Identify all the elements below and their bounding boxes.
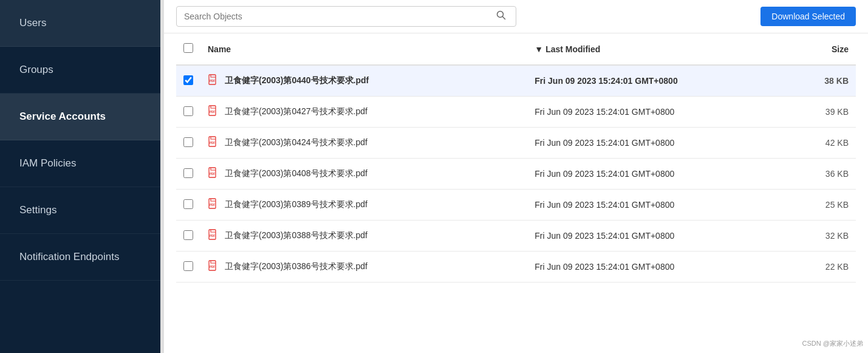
row-size: 32 KB [737, 221, 856, 252]
row-checkbox[interactable] [183, 106, 193, 116]
row-checkbox-cell [176, 190, 200, 221]
sidebar-item-settings[interactable]: Settings [0, 187, 160, 234]
row-last-modified: Fri Jun 09 2023 15:24:01 GMT+0800 [527, 159, 737, 190]
sidebar-item-service-accounts[interactable]: Service Accounts [0, 94, 160, 140]
sidebar-item-iam-policies[interactable]: IAM Policies [0, 140, 160, 187]
pdf-icon: PDF [208, 229, 219, 242]
pdf-icon: PDF [208, 167, 219, 180]
pdf-icon: PDF [208, 260, 219, 273]
pdf-icon: PDF [208, 105, 219, 118]
row-checkbox[interactable] [183, 261, 193, 271]
row-name[interactable]: PDF卫食健字(2003)第0427号技术要求.pdf [200, 97, 527, 128]
row-last-modified: Fri Jun 09 2023 15:24:01 GMT+0800 [527, 190, 737, 221]
search-input[interactable] [184, 12, 494, 21]
download-selected-button[interactable]: Download Selected [760, 7, 856, 26]
sidebar-item-groups[interactable]: Groups [0, 47, 160, 94]
table-row: PDF卫食健字(2003)第0440号技术要求.pdfFri Jun 09 20… [176, 65, 856, 97]
sidebar: UsersGroupsService AccountsIAM PoliciesS… [0, 0, 160, 353]
select-all-checkbox[interactable] [183, 43, 193, 53]
svg-line-1 [503, 17, 505, 19]
row-checkbox[interactable] [183, 230, 193, 240]
sidebar-item-users[interactable]: Users [0, 0, 160, 47]
pdf-icon: PDF [208, 74, 219, 87]
row-checkbox[interactable] [183, 137, 193, 147]
svg-text:PDF: PDF [210, 111, 215, 114]
svg-text:PDF: PDF [210, 80, 215, 83]
svg-text:PDF: PDF [210, 173, 215, 176]
table-row: PDF卫食健字(2003)第0408号技术要求.pdfFri Jun 09 20… [176, 159, 856, 190]
row-last-modified: Fri Jun 09 2023 15:24:01 GMT+0800 [527, 97, 737, 128]
row-size: 38 KB [737, 65, 856, 97]
row-name[interactable]: PDF卫食健字(2003)第0388号技术要求.pdf [200, 221, 527, 252]
file-name-text: 卫食健字(2003)第0427号技术要求.pdf [225, 106, 367, 117]
topbar: Download Selected [164, 0, 868, 33]
pdf-icon: PDF [208, 136, 219, 149]
row-checkbox-cell [176, 65, 200, 97]
col-header-size[interactable]: Size [737, 33, 856, 65]
svg-text:PDF: PDF [210, 142, 215, 145]
search-button[interactable] [494, 10, 508, 22]
search-icon [496, 10, 506, 20]
file-name-text: 卫食健字(2003)第0424号技术要求.pdf [225, 137, 367, 148]
row-checkbox[interactable] [183, 168, 193, 178]
table-row: PDF卫食健字(2003)第0389号技术要求.pdfFri Jun 09 20… [176, 190, 856, 221]
file-name-text: 卫食健字(2003)第0388号技术要求.pdf [225, 230, 367, 241]
row-name[interactable]: PDF卫食健字(2003)第0386号技术要求.pdf [200, 252, 527, 283]
row-name[interactable]: PDF卫食健字(2003)第0389号技术要求.pdf [200, 190, 527, 221]
row-last-modified: Fri Jun 09 2023 15:24:01 GMT+0800 [527, 252, 737, 283]
search-box [176, 6, 516, 27]
row-name[interactable]: PDF卫食健字(2003)第0408号技术要求.pdf [200, 159, 527, 190]
row-checkbox[interactable] [183, 75, 193, 85]
row-last-modified: Fri Jun 09 2023 15:24:01 GMT+0800 [527, 65, 737, 97]
file-name-text: 卫食健字(2003)第0408号技术要求.pdf [225, 168, 367, 179]
file-name-text: 卫食健字(2003)第0389号技术要求.pdf [225, 199, 367, 210]
table-row: PDF卫食健字(2003)第0386号技术要求.pdfFri Jun 09 20… [176, 252, 856, 283]
sort-desc-icon: ▼ [535, 44, 543, 54]
file-name-text: 卫食健字(2003)第0386号技术要求.pdf [225, 261, 367, 272]
col-header-last-modified[interactable]: ▼Last Modified [527, 33, 737, 65]
row-size: 25 KB [737, 190, 856, 221]
file-name-text: 卫食健字(2003)第0440号技术要求.pdf [225, 75, 369, 86]
sidebar-item-notification-endpoints[interactable]: Notification Endpoints [0, 234, 160, 281]
svg-text:PDF: PDF [210, 235, 215, 238]
row-checkbox-cell [176, 128, 200, 159]
pdf-icon: PDF [208, 198, 219, 211]
file-table-body: PDF卫食健字(2003)第0440号技术要求.pdfFri Jun 09 20… [176, 65, 856, 283]
row-checkbox[interactable] [183, 199, 193, 209]
table-row: PDF卫食健字(2003)第0427号技术要求.pdfFri Jun 09 20… [176, 97, 856, 128]
col-header-name[interactable]: Name [200, 33, 527, 65]
main-content: Download Selected Name ▼Last Modified Si… [164, 0, 868, 353]
file-table: Name ▼Last Modified Size PDF卫食健字(2003)第0… [176, 33, 856, 283]
table-row: PDF卫食健字(2003)第0388号技术要求.pdfFri Jun 09 20… [176, 221, 856, 252]
row-size: 42 KB [737, 128, 856, 159]
file-table-container: Name ▼Last Modified Size PDF卫食健字(2003)第0… [164, 33, 868, 353]
row-last-modified: Fri Jun 09 2023 15:24:01 GMT+0800 [527, 221, 737, 252]
row-name[interactable]: PDF卫食健字(2003)第0424号技术要求.pdf [200, 128, 527, 159]
row-checkbox-cell [176, 252, 200, 283]
row-size: 22 KB [737, 252, 856, 283]
row-last-modified: Fri Jun 09 2023 15:24:01 GMT+0800 [527, 128, 737, 159]
svg-text:PDF: PDF [210, 266, 215, 269]
row-checkbox-cell [176, 221, 200, 252]
select-all-header [176, 33, 200, 65]
row-size: 39 KB [737, 97, 856, 128]
table-row: PDF卫食健字(2003)第0424号技术要求.pdfFri Jun 09 20… [176, 128, 856, 159]
row-name[interactable]: PDF卫食健字(2003)第0440号技术要求.pdf [200, 65, 527, 97]
row-checkbox-cell [176, 97, 200, 128]
row-checkbox-cell [176, 159, 200, 190]
row-size: 36 KB [737, 159, 856, 190]
svg-text:PDF: PDF [210, 204, 215, 207]
